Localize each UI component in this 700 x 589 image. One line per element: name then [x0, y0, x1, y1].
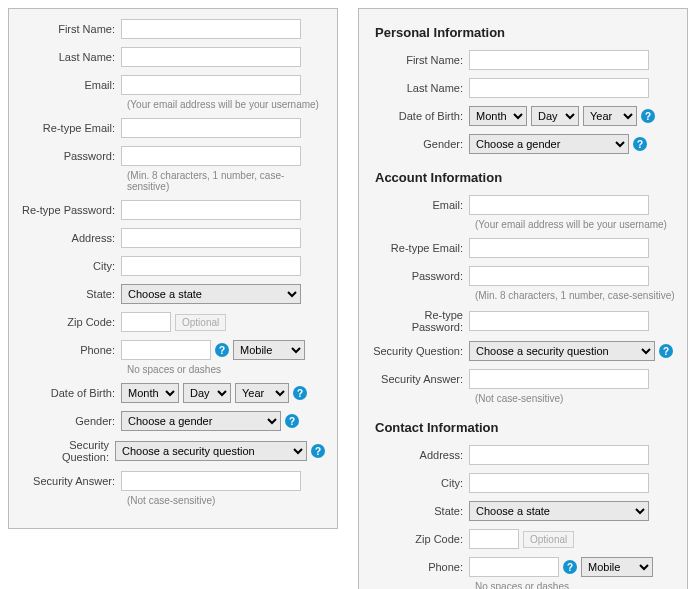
label-dob: Date of Birth:	[21, 387, 121, 399]
security-answer-input[interactable]	[469, 369, 649, 389]
form-unsectioned: First Name: Last Name: Email: (Your emai…	[8, 8, 338, 529]
label-email: Email:	[371, 199, 469, 211]
retype-email-input[interactable]	[469, 238, 649, 258]
label-last-name: Last Name:	[371, 82, 469, 94]
hint-password: (Min. 8 characters, 1 number, case-sensi…	[371, 290, 675, 301]
section-account-heading: Account Information	[375, 170, 675, 185]
hint-phone: No spaces or dashes	[21, 364, 325, 375]
label-city: City:	[371, 477, 469, 489]
security-question-select[interactable]: Choose a security question	[469, 341, 655, 361]
password-input[interactable]	[469, 266, 649, 286]
hint-security-answer: (Not case-sensitive)	[371, 393, 675, 404]
label-email: Email:	[21, 79, 121, 91]
security-answer-input[interactable]	[121, 471, 301, 491]
city-input[interactable]	[121, 256, 301, 276]
hint-password: (Min. 8 characters, 1 number, case-sensi…	[21, 170, 325, 192]
retype-password-input[interactable]	[121, 200, 301, 220]
label-city: City:	[21, 260, 121, 272]
dob-day-select[interactable]: Day	[183, 383, 231, 403]
help-icon[interactable]: ?	[285, 414, 299, 428]
first-name-input[interactable]	[469, 50, 649, 70]
zip-input[interactable]	[469, 529, 519, 549]
label-gender: Gender:	[371, 138, 469, 150]
dob-day-select[interactable]: Day	[531, 106, 579, 126]
hint-email: (Your email address will be your usernam…	[371, 219, 675, 230]
label-password: Password:	[21, 150, 121, 162]
hint-email: (Your email address will be your usernam…	[21, 99, 325, 110]
help-icon[interactable]: ?	[633, 137, 647, 151]
phone-type-select[interactable]: Mobile	[233, 340, 305, 360]
state-select[interactable]: Choose a state	[469, 501, 649, 521]
zip-optional-badge: Optional	[523, 531, 574, 548]
city-input[interactable]	[469, 473, 649, 493]
email-input[interactable]	[121, 75, 301, 95]
zip-optional-badge: Optional	[175, 314, 226, 331]
phone-input[interactable]	[469, 557, 559, 577]
first-name-input[interactable]	[121, 19, 301, 39]
gender-select[interactable]: Choose a gender	[469, 134, 629, 154]
retype-email-input[interactable]	[121, 118, 301, 138]
label-retype-email: Re-type Email:	[21, 122, 121, 134]
label-security-question: Security Question:	[21, 439, 115, 463]
label-security-answer: Security Answer:	[21, 475, 121, 487]
label-security-question: Security Question:	[371, 345, 469, 357]
dob-month-select[interactable]: Month	[121, 383, 179, 403]
label-phone: Phone:	[371, 561, 469, 573]
help-icon[interactable]: ?	[641, 109, 655, 123]
password-input[interactable]	[121, 146, 301, 166]
label-address: Address:	[21, 232, 121, 244]
label-last-name: Last Name:	[21, 51, 121, 63]
dob-year-select[interactable]: Year	[235, 383, 289, 403]
label-address: Address:	[371, 449, 469, 461]
help-icon[interactable]: ?	[215, 343, 229, 357]
label-phone: Phone:	[21, 344, 121, 356]
label-state: State:	[21, 288, 121, 300]
help-icon[interactable]: ?	[293, 386, 307, 400]
email-input[interactable]	[469, 195, 649, 215]
security-question-select[interactable]: Choose a security question	[115, 441, 307, 461]
state-select[interactable]: Choose a state	[121, 284, 301, 304]
hint-security-answer: (Not case-sensitive)	[21, 495, 325, 506]
help-icon[interactable]: ?	[311, 444, 325, 458]
label-first-name: First Name:	[21, 23, 121, 35]
help-icon[interactable]: ?	[563, 560, 577, 574]
gender-select[interactable]: Choose a gender	[121, 411, 281, 431]
dob-month-select[interactable]: Month	[469, 106, 527, 126]
phone-input[interactable]	[121, 340, 211, 360]
label-password: Password:	[371, 270, 469, 282]
label-security-answer: Security Answer:	[371, 373, 469, 385]
section-personal-heading: Personal Information	[375, 25, 675, 40]
hint-phone: No spaces or dashes	[371, 581, 675, 589]
form-sectioned: Personal Information First Name: Last Na…	[358, 8, 688, 589]
label-first-name: First Name:	[371, 54, 469, 66]
label-gender: Gender:	[21, 415, 121, 427]
retype-password-input[interactable]	[469, 311, 649, 331]
label-zip: Zip Code:	[371, 533, 469, 545]
label-state: State:	[371, 505, 469, 517]
label-retype-email: Re-type Email:	[371, 242, 469, 254]
dob-year-select[interactable]: Year	[583, 106, 637, 126]
last-name-input[interactable]	[469, 78, 649, 98]
address-input[interactable]	[469, 445, 649, 465]
last-name-input[interactable]	[121, 47, 301, 67]
section-contact-heading: Contact Information	[375, 420, 675, 435]
label-retype-password: Re-type Password:	[371, 309, 469, 333]
zip-input[interactable]	[121, 312, 171, 332]
help-icon[interactable]: ?	[659, 344, 673, 358]
address-input[interactable]	[121, 228, 301, 248]
label-dob: Date of Birth:	[371, 110, 469, 122]
phone-type-select[interactable]: Mobile	[581, 557, 653, 577]
label-retype-password: Re-type Password:	[21, 204, 121, 216]
label-zip: Zip Code:	[21, 316, 121, 328]
